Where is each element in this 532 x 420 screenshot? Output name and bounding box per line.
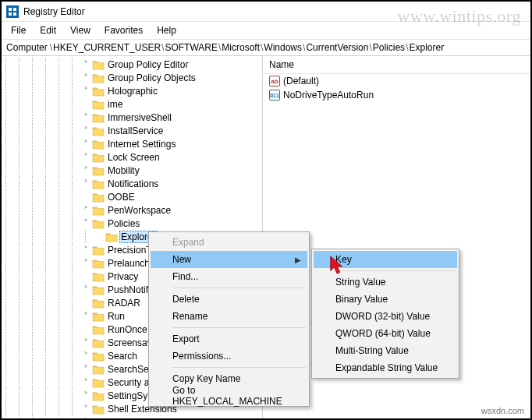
expand-toggle-icon[interactable]: ˃ xyxy=(81,378,90,387)
svg-rect-2 xyxy=(9,12,12,16)
tree-item[interactable]: ˃InstallService xyxy=(2,124,262,137)
context-menu-item[interactable]: Find... xyxy=(151,268,307,285)
context-menu-item[interactable]: Rename xyxy=(151,308,307,325)
address-part: HKEY_CURRENT_USER xyxy=(53,42,161,53)
value-header-name[interactable]: Name xyxy=(263,56,530,74)
value-row[interactable]: ab (Default) xyxy=(263,74,530,88)
svg-rect-0 xyxy=(9,8,12,11)
submenu-item[interactable]: DWORD (32-bit) Value xyxy=(314,308,457,325)
submenu-item[interactable]: Key xyxy=(314,251,457,268)
tree-item[interactable]: ˃Lock Screen xyxy=(2,150,262,164)
tree-item[interactable]: ˅Policies xyxy=(2,217,262,230)
expand-toggle-icon[interactable]: ˃ xyxy=(81,312,90,321)
expand-toggle-icon[interactable]: ˃ xyxy=(81,245,90,255)
tree-item-label: Search xyxy=(106,351,139,362)
context-menu-item[interactable]: Delete xyxy=(151,291,307,308)
tree-item-label: Notifications xyxy=(106,178,160,189)
tree-item[interactable]: OOBE xyxy=(2,190,262,203)
tree-item[interactable]: ˃Group Policy Objects xyxy=(2,71,262,84)
value-row[interactable]: 011 NoDriveTypeAutoRun xyxy=(263,88,530,102)
context-menu-item[interactable]: Go to HKEY_LOCAL_MACHINE xyxy=(151,387,307,404)
regedit-icon xyxy=(6,5,19,18)
address-part: Policies xyxy=(373,42,405,53)
tree-item[interactable]: ˃Internet Settings xyxy=(2,137,262,150)
submenu-item[interactable]: Multi-String Value xyxy=(314,342,457,359)
expand-toggle-icon[interactable]: ˃ xyxy=(81,206,90,215)
tree-item-label: ime xyxy=(106,99,124,110)
menu-edit[interactable]: Edit xyxy=(34,23,62,37)
expand-toggle-icon[interactable]: ˃ xyxy=(81,73,90,83)
submenu-item[interactable]: Binary Value xyxy=(314,291,457,308)
tree-item-label: Prelaunch xyxy=(106,258,151,269)
tree-item-label: RunOnce xyxy=(106,324,149,335)
expand-toggle-icon[interactable]: ˃ xyxy=(81,259,90,268)
value-name: (Default) xyxy=(283,76,319,86)
expand-toggle-icon[interactable]: ˃ xyxy=(81,139,90,149)
tree-item-label: Holographic xyxy=(106,86,159,97)
tree-item-label: Group Policy Objects xyxy=(106,72,197,83)
submenu-item[interactable]: Expandable String Value xyxy=(314,359,457,376)
binary-value-icon: 011 xyxy=(269,90,280,101)
tree-item-label: SignalManager xyxy=(106,417,172,419)
svg-rect-1 xyxy=(13,8,16,11)
tree-item[interactable]: ˃Notifications xyxy=(2,177,262,190)
menu-view[interactable]: View xyxy=(64,23,97,37)
expand-toggle-icon[interactable]: ˃ xyxy=(81,179,90,189)
expand-toggle-icon[interactable]: ˃ xyxy=(81,351,90,361)
expand-toggle-icon[interactable]: ˅ xyxy=(81,219,90,228)
menubar: File Edit View Favorites Help xyxy=(2,22,530,40)
tree-item[interactable]: ˃Holographic xyxy=(2,84,262,97)
tree-item-label: Internet Settings xyxy=(106,139,177,150)
address-part: Explorer xyxy=(409,42,444,53)
expand-toggle-icon[interactable]: ˃ xyxy=(81,60,90,69)
tree-item[interactable]: ime xyxy=(2,97,262,111)
address-part: Windows xyxy=(264,42,302,53)
expand-toggle-icon[interactable]: ˃ xyxy=(81,365,90,374)
tree-item-label: Policies xyxy=(106,218,141,229)
expand-toggle-icon[interactable]: ˃ xyxy=(81,126,90,136)
expand-toggle-icon[interactable]: ˃ xyxy=(81,391,90,401)
tree-item[interactable]: ˃PenWorkspace xyxy=(2,203,262,217)
tree-item-label: PenWorkspace xyxy=(106,205,172,216)
tree-item-label: Privacy xyxy=(106,271,140,282)
tree-item-label: RADAR xyxy=(106,298,142,309)
expand-toggle-icon[interactable]: ˃ xyxy=(81,338,90,348)
tree-item-label: ImmersiveShell xyxy=(106,112,173,123)
submenu-item[interactable]: QWORD (64-bit) Value xyxy=(314,325,457,342)
submenu-new[interactable]: KeyString ValueBinary ValueDWORD (32-bit… xyxy=(311,249,459,379)
expand-toggle-icon[interactable]: ˃ xyxy=(81,86,90,96)
value-name: NoDriveTypeAutoRun xyxy=(283,90,374,101)
menu-help[interactable]: Help xyxy=(151,23,183,37)
tree-item-label: Group Policy Editor xyxy=(106,59,190,70)
context-menu-item[interactable]: Export xyxy=(151,330,307,348)
tree-item-label: Run xyxy=(106,311,126,322)
tree-item-label: InstallService xyxy=(106,125,165,136)
expand-toggle-icon[interactable]: ˃ xyxy=(81,153,90,162)
window-title: Registry Editor xyxy=(23,6,85,17)
expand-toggle-icon[interactable]: ˃ xyxy=(81,418,90,419)
tree-item[interactable]: ˃SignalManager xyxy=(2,415,262,418)
submenu-item[interactable]: String Value xyxy=(314,274,457,291)
svg-rect-3 xyxy=(13,12,16,16)
context-menu-item[interactable]: New▶ xyxy=(151,251,307,268)
address-part: CurrentVersion xyxy=(306,42,368,53)
tree-item-label: Mobility xyxy=(106,165,141,176)
address-part: Microsoft xyxy=(222,42,260,53)
context-menu[interactable]: ExpandNew▶Find...DeleteRenameExportPermi… xyxy=(148,231,310,407)
expand-toggle-icon[interactable]: ˃ xyxy=(81,113,90,122)
menu-favorites[interactable]: Favorites xyxy=(98,23,149,37)
address-root: Computer xyxy=(6,42,48,53)
expand-toggle-icon[interactable]: ˃ xyxy=(81,404,90,414)
tree-item[interactable]: ˃Mobility xyxy=(2,164,262,177)
context-menu-item[interactable]: Permissions... xyxy=(151,348,307,365)
expand-toggle-icon[interactable]: ˃ xyxy=(81,166,90,175)
address-bar[interactable]: Computer\ HKEY_CURRENT_USER\ SOFTWARE\ M… xyxy=(2,40,530,56)
tree-item-label: OOBE xyxy=(106,192,137,203)
source-mark: wsxdn.com xyxy=(481,406,524,415)
menu-file[interactable]: File xyxy=(5,23,32,37)
address-part: SOFTWARE xyxy=(165,42,218,53)
titlebar: Registry Editor xyxy=(2,2,530,22)
expand-toggle-icon[interactable]: ˃ xyxy=(81,285,90,295)
tree-item[interactable]: ˃Group Policy Editor xyxy=(2,58,262,71)
tree-item[interactable]: ˃ImmersiveShell xyxy=(2,111,262,124)
